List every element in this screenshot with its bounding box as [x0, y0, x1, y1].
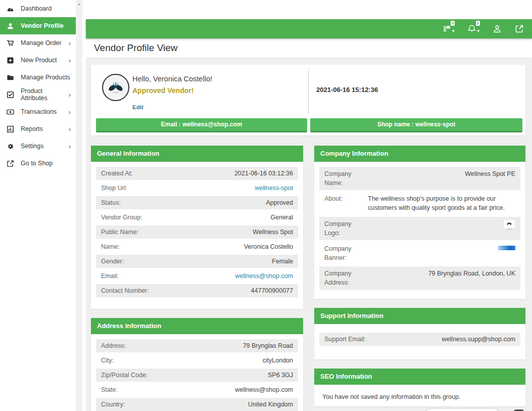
dashboard-icon — [6, 5, 14, 13]
shop-name-button[interactable]: Shop name : wellness-spot — [310, 118, 522, 132]
field-label: Gender: — [101, 255, 124, 268]
sidebar-scrollbar[interactable]: ▲ — [76, 0, 82, 411]
field-value: United Kingdom — [248, 398, 293, 411]
field-value: Wellness Spot PE — [368, 169, 515, 188]
bell-icon[interactable]: 1 ▾ — [467, 24, 479, 33]
field-value: The wellness shop's purpose is to provid… — [368, 194, 515, 212]
field-label: Country: — [101, 398, 125, 411]
empty-group-message: You have not saved any information in th… — [314, 385, 525, 406]
field-value: wellness@shop.com — [235, 383, 293, 396]
field-label: City: — [101, 354, 114, 367]
field-value — [368, 244, 515, 262]
sidebar-item-label: Go to Shop — [21, 160, 71, 167]
sidebar-item-label: Manage Order — [21, 39, 69, 47]
field-value: General — [271, 211, 293, 224]
sidebar-item-transactions[interactable]: Transactions › — [0, 103, 76, 120]
sidebar-item-label: Manage Products — [21, 74, 71, 81]
chevron-right-icon: › — [69, 109, 71, 115]
sidebar-item-go-to-shop[interactable]: Go to Shop — [0, 155, 76, 172]
table-row: Zip/Postal Code:SP6 3GJ — [96, 369, 298, 382]
field-label: Status: — [101, 196, 121, 209]
sidebar-item-product-attributes[interactable]: Product Attributes › — [0, 86, 76, 103]
seo-information-card: SEO Information You have not saved any i… — [314, 369, 525, 406]
field-label: About: — [324, 194, 368, 212]
chevron-right-icon: › — [69, 143, 71, 150]
bottom-popup-cutoff — [424, 409, 500, 411]
sidebar-item-label: Vendor Profile — [21, 22, 71, 29]
table-row: About:The wellness shop's purpose is to … — [319, 192, 520, 215]
section-header: Company Information — [314, 146, 525, 162]
table-row: Company Name:Wellness Spot PE — [319, 167, 520, 190]
edit-link[interactable]: Edit — [132, 104, 143, 110]
sidebar-item-settings[interactable]: Settings › — [0, 138, 76, 155]
table-row: Shop Url:wellness-spot — [96, 181, 298, 195]
email-link[interactable]: wellness@shop.com — [235, 269, 293, 283]
field-label: Zip/Postal Code: — [101, 369, 148, 382]
chevron-right-icon: › — [69, 92, 71, 98]
sidebar-item-reports[interactable]: Reports › — [0, 120, 76, 138]
section-header: Support Information — [314, 308, 525, 324]
table-row: Support Email:wellness.supp@shop.com — [319, 333, 520, 346]
field-value: 2021-06-16 03:12:36 — [234, 167, 293, 180]
chevron-right-icon: › — [69, 40, 71, 47]
table-row: State:wellness@shop.com — [96, 383, 298, 396]
sidebar-item-label: Product Attributes — [21, 87, 69, 102]
section-header: General Information — [91, 146, 303, 162]
field-label: Name: — [101, 240, 120, 253]
table-row: Company Banner: — [319, 242, 520, 265]
main-area: 1 ▾ 1 ▾ Vendor Profile View — [82, 0, 532, 411]
sidebar-item-vendor-profile[interactable]: Vendor Profile — [0, 17, 76, 34]
field-label: Company Logo: — [324, 219, 368, 238]
lotus-logo-icon — [106, 77, 126, 98]
company-banner-thumbnail[interactable] — [498, 246, 515, 250]
caret-down-icon: ▾ — [452, 29, 455, 33]
left-column: General Information Created At:2021-06-1… — [91, 146, 303, 411]
field-value: 79 Brynglas Road — [243, 339, 293, 352]
field-label: State: — [101, 383, 118, 396]
plus-square-icon — [6, 56, 14, 64]
check-square-icon — [6, 90, 14, 99]
user-icon — [6, 22, 14, 30]
field-value: Veronica Costello — [244, 240, 293, 253]
field-label: Shop Url: — [101, 181, 127, 195]
field-value: 79 Brynglas Road, London, UK — [368, 269, 515, 287]
sidebar-item-label: Dashboard — [21, 5, 71, 12]
field-label: Company Address: — [324, 269, 368, 287]
sidebar-item-dashboard[interactable]: Dashboard — [0, 0, 76, 17]
scroll-up-arrow[interactable]: ▲ — [76, 0, 82, 8]
bell-badge: 1 — [476, 21, 480, 26]
field-label: Public Name: — [101, 225, 138, 239]
field-label: Contact Number: — [101, 284, 149, 297]
content-area: Hello, Veronica Costello! Approved Vendo… — [86, 58, 532, 411]
flag-badge: 1 — [451, 21, 455, 26]
account-icon[interactable] — [493, 24, 502, 33]
section-header: Address Information — [91, 318, 303, 334]
sidebar-item-label: New Product — [21, 57, 69, 64]
sidebar: Dashboard Vendor Profile Manage Order › … — [0, 0, 76, 411]
table-row: Created At:2021-06-16 03:12:36 — [96, 167, 298, 180]
field-value: cityLondon — [263, 354, 293, 367]
vertical-divider — [308, 69, 309, 114]
sidebar-item-manage-products[interactable]: Manage Products — [0, 69, 76, 86]
sidebar-item-manage-order[interactable]: Manage Order › — [0, 34, 76, 52]
field-value: Female — [272, 255, 293, 268]
field-label: Address: — [101, 339, 126, 352]
bar-chart-icon — [6, 125, 14, 133]
chevron-right-icon: › — [69, 57, 71, 64]
general-information-card: General Information Created At:2021-06-1… — [91, 146, 303, 309]
sidebar-item-new-product[interactable]: New Product › — [0, 52, 76, 69]
folder-icon — [6, 73, 14, 81]
field-label: Created At: — [101, 167, 133, 180]
flag-icon[interactable]: 1 ▾ — [443, 24, 455, 33]
table-row: Gender:Female — [96, 255, 298, 268]
right-column: Company Information Company Name:Wellnes… — [314, 146, 525, 411]
greeting-text: Hello, Veronica Costello! — [132, 75, 212, 83]
company-logo-thumbnail[interactable] — [503, 219, 515, 229]
email-button[interactable]: Email : wellness@shop.com — [96, 118, 307, 132]
sidebar-item-label: Transactions — [21, 108, 69, 115]
field-label: Support Email: — [324, 333, 366, 346]
field-value: Wellness Spot — [253, 225, 293, 239]
field-label: Company Banner: — [324, 244, 368, 262]
logout-external-link-icon[interactable] — [515, 24, 524, 33]
shop-url-link[interactable]: wellness-spot — [255, 181, 293, 195]
